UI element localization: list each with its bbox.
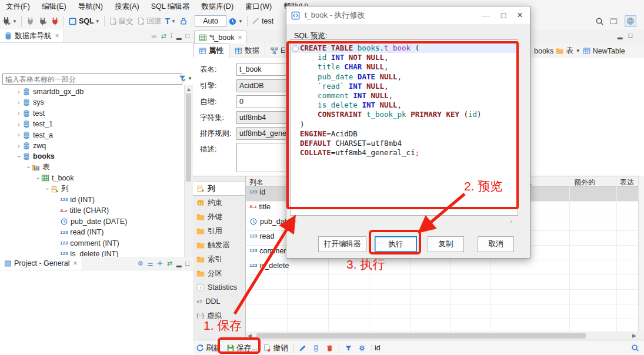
grid-row-pub_date[interactable]: pub_date [249, 217, 291, 226]
gear-icon[interactable]: ⚙ [138, 260, 144, 267]
breadcrumb-folder[interactable]: 表 [566, 46, 573, 56]
close-icon[interactable]: × [73, 259, 77, 267]
maximize-icon[interactable]: □ [495, 6, 512, 24]
tab-properties[interactable]: 属性 [193, 43, 229, 58]
settings-button[interactable] [355, 344, 369, 352]
active-connection[interactable]: test [250, 16, 275, 26]
filter-button[interactable] [342, 344, 355, 352]
tree-item--[interactable]: ›列 [0, 184, 69, 195]
menu-item-3[interactable]: 搜索(A) [109, 0, 145, 13]
menu-item-2[interactable]: 导航(N) [72, 0, 109, 13]
tree-item-test_1[interactable]: ›test_1 [0, 119, 53, 129]
side-tab--[interactable]: 列 [193, 182, 245, 196]
commit-button[interactable]: 提交 [107, 15, 135, 28]
minimize-icon[interactable]: ▂ [618, 32, 622, 39]
grid-row-is_delete[interactable]: 123is_delete [249, 262, 289, 270]
menu-item-4[interactable]: SQL 编辑器 [145, 0, 196, 13]
tree-item-books[interactable]: ›books [0, 151, 55, 162]
grid-row-comment[interactable]: 123comment [249, 247, 290, 255]
tree-item-comment-int-[interactable]: 123comment (INT) [0, 238, 119, 249]
menu-item-5[interactable]: 数据库(D) [195, 0, 239, 13]
view-menu-icon[interactable]: ⁞ [171, 32, 172, 39]
chevron-down-icon[interactable]: ▼ [576, 48, 580, 53]
sql-preview-box[interactable]: − CREATE TABLE books.t_book ( id INT NOT… [290, 39, 518, 216]
tab-database-navigator[interactable]: 数据库导航 × [0, 29, 64, 42]
tree-item-pub_date-date-[interactable]: pub_date (DATE) [0, 216, 127, 227]
dialog-hscrollbar[interactable]: ‹ › [290, 217, 517, 225]
expand-arrow-icon[interactable]: › [15, 132, 22, 138]
transaction-mode-button[interactable]: T▼ [163, 15, 178, 27]
tree-item-id-int-[interactable]: 123id (INT) [0, 195, 95, 205]
history-button[interactable]: ▼ [226, 16, 245, 27]
revert-button[interactable]: 撤销 [260, 343, 291, 353]
side-tab--[interactable]: 索引 [193, 252, 245, 266]
tree-item-test[interactable]: ›test [0, 108, 45, 119]
maximize-icon[interactable]: □ [628, 32, 632, 39]
add-column-button[interactable] [309, 344, 323, 352]
tree-item-read-int-[interactable]: 123read (INT) [0, 227, 104, 237]
lock-button[interactable] [178, 16, 189, 26]
expand-arrow-icon[interactable]: › [15, 89, 22, 95]
tree-item-t_book[interactable]: ›t_book [0, 173, 74, 183]
side-tab--[interactable]: 约束 [193, 196, 245, 210]
refresh-button[interactable]: 刷新 [193, 343, 223, 353]
tree-item-test_a[interactable]: ›test_a [0, 130, 53, 140]
commit-mode-select[interactable]: Auto [195, 15, 226, 27]
execute-button[interactable]: 执行 [375, 236, 417, 252]
cancel-button[interactable]: 取消 [478, 236, 514, 252]
minimize-icon[interactable]: ▂ [176, 32, 181, 40]
collapse-arrow-icon[interactable]: › [44, 186, 51, 193]
side-tab--[interactable]: 外键 [193, 210, 245, 224]
tab-data[interactable]: 数据 [229, 43, 265, 58]
delete-button[interactable] [323, 344, 336, 352]
side-tab-ddl[interactable]: «TDDL [193, 294, 245, 309]
collapse-arrow-icon[interactable]: › [35, 175, 41, 182]
tab-t-book-editor[interactable]: *t_book × [194, 31, 246, 43]
menu-item-1[interactable]: 编辑(E) [36, 0, 72, 13]
open-editor-button[interactable]: 打开编辑器 [318, 236, 366, 252]
side-tab--[interactable]: 触发器 [193, 238, 245, 252]
side-tab--[interactable]: {··}虚拟 [193, 309, 245, 323]
menu-item-0[interactable]: 文件(F) [0, 0, 36, 13]
close-icon[interactable]: × [55, 32, 59, 40]
new-connection-button[interactable]: ▼ [0, 15, 19, 27]
grid-hscrollbar[interactable]: ◀ ▶ [246, 331, 638, 340]
search-icon[interactable] [595, 17, 604, 26]
maximize-icon[interactable]: □ [185, 260, 189, 267]
side-tab-statistics[interactable]: iStatistics [193, 280, 245, 294]
sql-editor-button[interactable]: SQL▼ [66, 16, 102, 27]
filter-funnel-icon[interactable] [178, 74, 186, 84]
disconnect-button[interactable] [24, 16, 36, 27]
perspective-icon[interactable] [610, 17, 619, 26]
dialog-titlebar[interactable]: t_book - 执行修改 — □ × [286, 6, 530, 24]
side-tab--[interactable]: 引用 [193, 224, 245, 238]
edit-cell-button[interactable] [296, 344, 309, 352]
reconnect-button[interactable] [36, 16, 49, 27]
rollback-button[interactable]: 回滚 [135, 15, 163, 28]
grid-row-read[interactable]: 123read [249, 232, 274, 240]
tree-item-zwq[interactable]: ›zwq [0, 140, 46, 151]
search-blue-icon[interactable] [631, 344, 639, 352]
tree-item--[interactable]: ›表 [0, 162, 50, 173]
save-button[interactable]: 保存... [223, 343, 260, 353]
chevron-down-icon[interactable]: ▼ [188, 76, 192, 81]
collapse-all-icon[interactable]: ⚌ [151, 32, 157, 40]
copy-button[interactable]: 复制 [428, 236, 464, 252]
expand-arrow-icon[interactable]: › [15, 110, 22, 116]
breadcrumb-table[interactable]: NewTable [593, 47, 625, 55]
tree-item-title-char-[interactable]: A-ztitle (CHAR) [0, 205, 109, 216]
link-editor-icon[interactable]: ⇄ [167, 260, 172, 267]
col-header-name[interactable]: 列名 [249, 177, 263, 187]
close-icon[interactable]: × [511, 6, 529, 24]
grid-row-title[interactable]: A-ztitle [249, 203, 271, 211]
collapse-arrow-icon[interactable]: › [16, 153, 22, 160]
tree-item-sys[interactable]: ›sys [0, 97, 44, 108]
collapse-all-icon[interactable]: ⚌ [148, 260, 154, 267]
tab-project-general[interactable]: Project - General × [0, 257, 82, 270]
close-connection-button[interactable] [49, 16, 61, 27]
link-editor-icon[interactable]: ⇄ [161, 32, 166, 40]
table-filter-input[interactable] [2, 73, 182, 85]
side-tab--[interactable]: 分区 [193, 266, 245, 280]
globe-perspective-icon[interactable] [625, 15, 636, 27]
expand-arrow-icon[interactable]: › [15, 143, 22, 149]
